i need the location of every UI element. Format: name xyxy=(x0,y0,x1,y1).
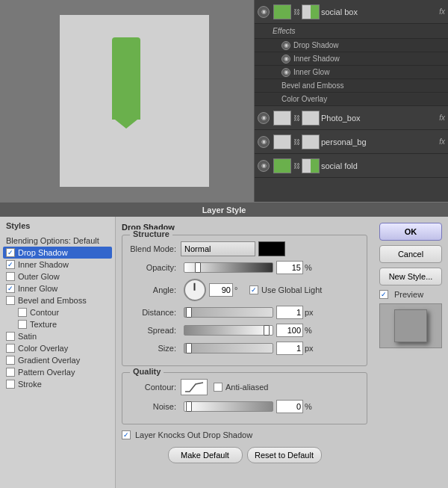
visibility-icon[interactable] xyxy=(258,160,270,172)
angle-input[interactable] xyxy=(209,283,233,297)
distance-slider-thumb[interactable] xyxy=(186,307,192,318)
effect-name: Inner Glow xyxy=(293,68,329,76)
style-checkbox[interactable] xyxy=(6,344,15,353)
style-checkbox[interactable] xyxy=(6,368,15,377)
layer-mask-thumbnail xyxy=(302,135,320,149)
size-slider[interactable] xyxy=(184,343,273,353)
angle-row: Angle: ° Use Global Light xyxy=(128,279,361,301)
make-default-button[interactable]: Make Default xyxy=(168,447,243,463)
knocks-out-checkbox[interactable] xyxy=(122,430,131,439)
style-satin[interactable]: Satin xyxy=(3,330,112,342)
layer-row[interactable]: ⛓ social fold xyxy=(255,154,448,178)
style-item-label: Outer Glow xyxy=(18,272,60,281)
style-checkbox[interactable] xyxy=(6,380,15,389)
layer-mask-thumbnail xyxy=(302,4,320,19)
opacity-slider-thumb[interactable] xyxy=(195,262,201,273)
style-inner-glow[interactable]: Inner Glow xyxy=(3,282,112,294)
angle-dial[interactable] xyxy=(184,279,206,301)
link-icon: ⛓ xyxy=(293,5,300,19)
style-blending-options[interactable]: Blending Options: Default xyxy=(3,235,112,247)
opacity-label: Opacity: xyxy=(128,263,181,272)
style-checkbox[interactable] xyxy=(6,332,15,341)
style-checkbox[interactable] xyxy=(18,308,27,317)
spread-slider[interactable] xyxy=(184,325,273,336)
knocks-out-label[interactable]: Layer Knocks Out Drop Shadow xyxy=(122,430,252,439)
effect-visibility[interactable] xyxy=(281,41,290,50)
preview-checkbox[interactable] xyxy=(379,290,388,299)
distance-input[interactable] xyxy=(276,306,303,319)
layer-name: personal_bg xyxy=(321,138,439,146)
knocks-out-text: Layer Knocks Out Drop Shadow xyxy=(135,430,252,439)
style-bevel-emboss[interactable]: Bevel and Emboss xyxy=(3,294,112,306)
effect-visibility[interactable] xyxy=(281,55,290,64)
style-checkbox[interactable] xyxy=(6,296,15,305)
global-light-label[interactable]: Use Global Light xyxy=(249,285,322,294)
style-gradient-overlay[interactable]: Gradient Overlay xyxy=(3,354,112,366)
effect-inner-glow[interactable]: Inner Glow xyxy=(255,66,448,79)
spread-slider-thumb[interactable] xyxy=(264,325,270,336)
opacity-slider[interactable] xyxy=(184,262,273,273)
cancel-button[interactable]: Cancel xyxy=(379,245,442,263)
style-pattern-overlay[interactable]: Pattern Overlay xyxy=(3,366,112,378)
style-item-label: Pattern Overlay xyxy=(18,368,75,377)
size-input[interactable] xyxy=(276,342,303,355)
bottom-buttons: Make Default Reset to Default xyxy=(122,444,367,466)
blend-mode-select[interactable]: Normal Multiply Screen xyxy=(181,241,255,256)
preview-text: Preview xyxy=(394,290,423,299)
layer-thumbnail xyxy=(273,111,291,126)
anti-aliased-label[interactable]: Anti-aliased xyxy=(214,383,268,392)
global-light-checkbox[interactable] xyxy=(249,285,258,294)
noise-slider-thumb[interactable] xyxy=(186,401,192,412)
blend-color-swatch[interactable] xyxy=(258,241,285,256)
style-checkbox[interactable] xyxy=(6,248,15,257)
layer-row[interactable]: ⛓ Photo_box fx xyxy=(255,106,448,130)
size-slider-thumb[interactable] xyxy=(186,343,192,353)
style-checkbox[interactable] xyxy=(6,260,15,269)
ok-button[interactable]: OK xyxy=(379,223,442,241)
style-outer-glow[interactable]: Outer Glow xyxy=(3,271,112,282)
distance-label: Distance: xyxy=(128,308,181,317)
style-checkbox[interactable] xyxy=(6,356,15,365)
style-inner-shadow[interactable]: Inner Shadow xyxy=(3,259,112,271)
contour-picker[interactable] xyxy=(181,379,208,395)
style-stroke[interactable]: Stroke xyxy=(3,378,112,390)
styles-panel: Styles Blending Options: Default Drop Sh… xyxy=(0,217,116,488)
visibility-icon[interactable] xyxy=(258,112,270,124)
distance-slider[interactable] xyxy=(184,307,273,318)
effect-color-overlay[interactable]: Color Overlay xyxy=(255,93,448,106)
effect-drop-shadow[interactable]: Drop Shadow xyxy=(255,39,448,52)
size-label: Size: xyxy=(128,344,181,353)
style-checkbox[interactable] xyxy=(6,272,15,281)
effect-inner-shadow[interactable]: Inner Shadow xyxy=(255,52,448,66)
spread-input[interactable] xyxy=(276,324,303,337)
noise-input[interactable] xyxy=(276,400,303,413)
styles-header: Styles xyxy=(3,220,112,232)
size-slider-container: px xyxy=(181,342,361,355)
style-checkbox[interactable] xyxy=(18,320,27,329)
layer-row[interactable]: ⛓ personal_bg fx xyxy=(255,130,448,154)
style-color-overlay[interactable]: Color Overlay xyxy=(3,342,112,354)
preview-inner-box xyxy=(394,309,427,342)
new-style-button[interactable]: New Style... xyxy=(379,268,442,285)
layer-thumbnail xyxy=(273,135,291,149)
layer-row[interactable]: ⛓ social box fx xyxy=(255,0,448,24)
reset-to-default-button[interactable]: Reset to Default xyxy=(247,447,322,463)
anti-aliased-checkbox[interactable] xyxy=(214,383,223,392)
effect-visibility[interactable] xyxy=(281,68,290,77)
quality-title: Quality xyxy=(130,367,164,376)
style-texture[interactable]: Texture xyxy=(3,318,112,330)
visibility-icon[interactable] xyxy=(258,6,270,18)
opacity-input[interactable] xyxy=(276,261,303,274)
style-drop-shadow[interactable]: Drop Shadow xyxy=(3,247,112,259)
style-item-label: Gradient Overlay xyxy=(18,356,80,365)
angle-label: Angle: xyxy=(128,285,181,294)
style-item-label: Texture xyxy=(30,320,57,329)
anti-aliased-text: Anti-aliased xyxy=(225,383,268,392)
noise-slider[interactable] xyxy=(184,401,273,412)
style-contour[interactable]: Contour xyxy=(3,306,112,318)
preview-box xyxy=(379,303,442,348)
visibility-icon[interactable] xyxy=(258,136,270,148)
style-item-label: Inner Glow xyxy=(18,284,57,293)
effect-bevel-emboss[interactable]: Bevel and Emboss xyxy=(255,79,448,93)
style-checkbox[interactable] xyxy=(6,284,15,293)
